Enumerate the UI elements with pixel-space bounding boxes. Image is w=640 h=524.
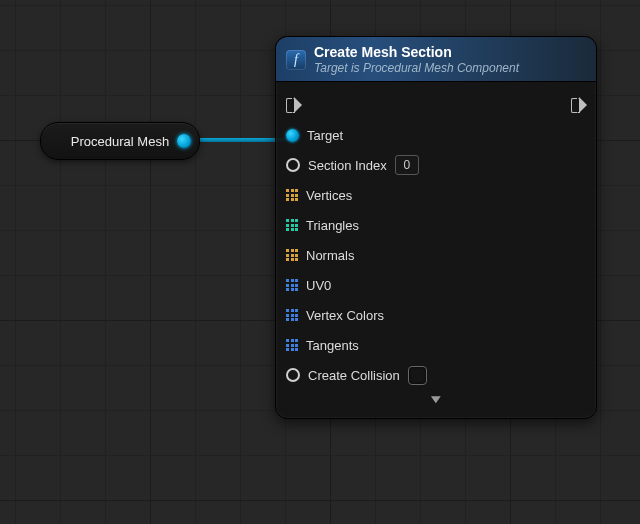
pin-create-collision[interactable] [286, 368, 300, 382]
label-target: Target [307, 128, 343, 143]
output-pin-object[interactable] [177, 134, 191, 148]
exec-in-pin[interactable] [286, 98, 301, 113]
expand-button[interactable]: ▼ [286, 390, 586, 412]
row-section-index: Section Index 0 [286, 150, 586, 180]
row-vertices: Vertices [286, 180, 586, 210]
row-target: Target [286, 120, 586, 150]
pin-section-index[interactable] [286, 158, 300, 172]
input-section-index[interactable]: 0 [395, 155, 419, 175]
node-header[interactable]: f Create Mesh Section Target is Procedur… [276, 37, 596, 82]
row-normals: Normals [286, 240, 586, 270]
variable-node-procedural-mesh[interactable]: Procedural Mesh [40, 122, 200, 160]
label-create-collision: Create Collision [308, 368, 400, 383]
node-body: Target Section Index 0 Vertices Triangle… [276, 82, 596, 418]
node-create-mesh-section[interactable]: f Create Mesh Section Target is Procedur… [275, 36, 597, 419]
node-subtitle: Target is Procedural Mesh Component [314, 61, 519, 75]
pin-vertex-colors[interactable] [286, 309, 298, 321]
pin-normals[interactable] [286, 249, 298, 261]
variable-label: Procedural Mesh [41, 134, 199, 149]
pin-uv0[interactable] [286, 279, 298, 291]
label-triangles: Triangles [306, 218, 359, 233]
pin-triangles[interactable] [286, 219, 298, 231]
function-icon: f [286, 50, 306, 70]
checkbox-create-collision[interactable] [408, 366, 427, 385]
label-vertex-colors: Vertex Colors [306, 308, 384, 323]
label-uv0: UV0 [306, 278, 331, 293]
pin-tangents[interactable] [286, 339, 298, 351]
blueprint-graph[interactable]: Procedural Mesh f Create Mesh Section Ta… [0, 0, 640, 524]
row-triangles: Triangles [286, 210, 586, 240]
row-create-collision: Create Collision [286, 360, 586, 390]
label-normals: Normals [306, 248, 354, 263]
row-exec [286, 90, 586, 120]
row-tangents: Tangents [286, 330, 586, 360]
chevron-down-icon: ▼ [428, 392, 445, 406]
pin-target[interactable] [286, 129, 299, 142]
node-title: Create Mesh Section [314, 44, 519, 60]
exec-out-pin[interactable] [571, 98, 586, 113]
row-vertex-colors: Vertex Colors [286, 300, 586, 330]
label-section-index: Section Index [308, 158, 387, 173]
row-uv0: UV0 [286, 270, 586, 300]
label-vertices: Vertices [306, 188, 352, 203]
pin-vertices[interactable] [286, 189, 298, 201]
label-tangents: Tangents [306, 338, 359, 353]
